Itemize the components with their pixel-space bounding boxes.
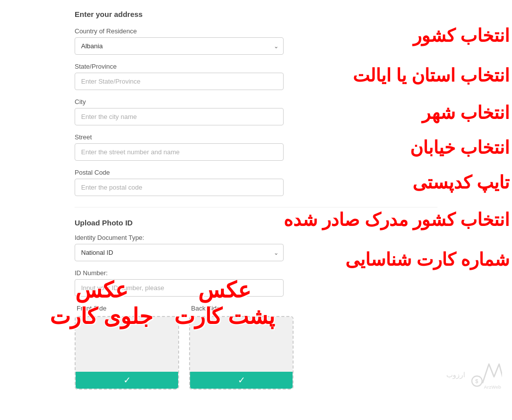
- front-side-label: Front Side: [75, 305, 108, 312]
- watermark-logo-icon: $ ArzWeb: [467, 360, 502, 390]
- street-label: Street: [75, 133, 437, 141]
- upload-section-title: Upload Photo ID: [75, 218, 437, 227]
- postal-input[interactable]: [75, 179, 284, 196]
- back-checkmark-icon: ✓: [238, 375, 245, 386]
- back-side-label: Back Side: [189, 305, 222, 312]
- id-number-label: ID Number:: [75, 269, 437, 277]
- svg-text:$: $: [475, 379, 478, 384]
- back-side-card[interactable]: ✓: [189, 316, 294, 390]
- svg-text:ArzWeb: ArzWeb: [484, 384, 501, 390]
- city-label: City: [75, 98, 437, 105]
- country-select[interactable]: Albania: [75, 37, 284, 55]
- street-input[interactable]: [75, 143, 284, 161]
- state-input[interactable]: [75, 73, 284, 90]
- country-select-wrapper: Albania ⌄: [75, 37, 284, 55]
- id-type-select-wrapper: National ID ⌄: [75, 244, 284, 261]
- street-group: Street: [75, 133, 437, 161]
- address-section-title: Enter your address: [75, 10, 437, 18]
- state-group: State/Province: [75, 63, 437, 90]
- id-type-select[interactable]: National ID: [75, 244, 284, 261]
- photo-cards-row: Front Side ✓ Back Side ✓: [75, 305, 437, 390]
- front-card-footer: ✓: [76, 372, 178, 389]
- city-input[interactable]: [75, 108, 284, 125]
- id-type-label: Identity Document Type:: [75, 234, 437, 241]
- page-wrapper: Enter your address Country of Residence …: [0, 0, 512, 400]
- watermark-fa: ارزوب: [446, 371, 465, 379]
- front-side-card[interactable]: ✓: [75, 316, 179, 390]
- id-type-group: Identity Document Type: National ID ⌄: [75, 234, 437, 261]
- country-group: Country of Residence Albania ⌄: [75, 27, 437, 55]
- postal-label: Postal Code: [75, 169, 437, 176]
- city-group: City: [75, 98, 437, 125]
- back-card-inner: [190, 317, 293, 372]
- postal-group: Postal Code: [75, 169, 437, 196]
- section-divider: [75, 207, 437, 208]
- watermark: ارزوب $ ArzWeb: [446, 360, 502, 390]
- front-checkmark-icon: ✓: [123, 375, 131, 386]
- id-number-group: ID Number:: [75, 269, 437, 297]
- id-number-input[interactable]: [75, 279, 284, 297]
- front-card-inner: [76, 317, 178, 372]
- state-label: State/Province: [75, 63, 437, 70]
- back-card-footer: ✓: [190, 372, 293, 389]
- country-label: Country of Residence: [75, 27, 437, 35]
